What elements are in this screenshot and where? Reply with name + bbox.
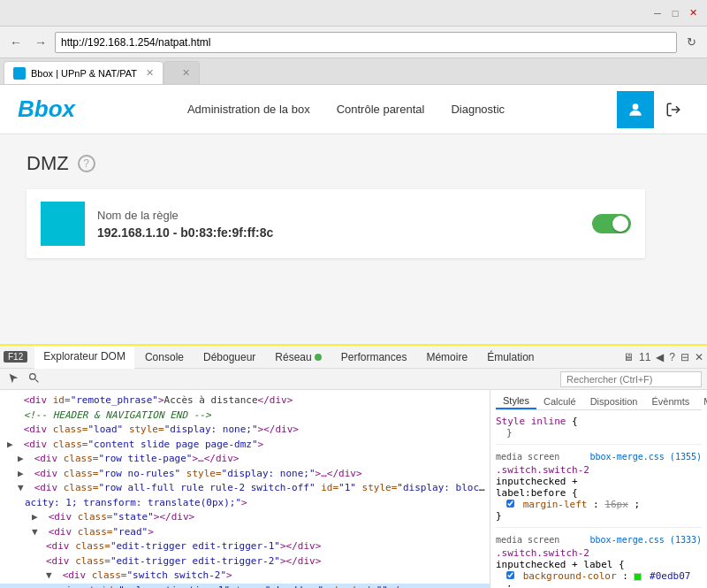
- devtools-tab-emulation[interactable]: Émulation: [478, 346, 543, 369]
- header-icons: [617, 91, 689, 128]
- tab-favicon: [13, 67, 26, 80]
- prop-checkbox[interactable]: [506, 500, 514, 508]
- styles-tab-changes[interactable]: Modifs: [696, 393, 707, 409]
- inline-brace: {: [572, 416, 578, 427]
- styles-panel: Styles Calculé Disposition Évènmts Modif…: [490, 390, 707, 588]
- dom-line[interactable]: <div id="remote_phrase">Accès à distance…: [0, 393, 490, 409]
- devtools-tab-memory[interactable]: Mémoire: [417, 346, 476, 369]
- rule-ip: 192.168.1.10 - b0:83:fe:9f:ff:8c: [97, 225, 580, 240]
- browser-titlebar: ─ □ ✕: [0, 0, 707, 27]
- help-icon[interactable]: ?: [669, 351, 675, 363]
- svg-point-0: [633, 103, 639, 110]
- address-bar[interactable]: [55, 32, 677, 53]
- minimize-button[interactable]: ─: [650, 6, 665, 20]
- styles-tab-layout[interactable]: Disposition: [583, 393, 645, 409]
- help-button[interactable]: ?: [78, 155, 95, 172]
- devtools-panel: F12 Explorateur DOM Console Débogueur Ré…: [0, 344, 707, 588]
- devtools-tab-debugger[interactable]: Débogueur: [194, 346, 264, 369]
- devtools-right-icons: 🖥 11 ◀ ? ⊟ ✕: [623, 351, 703, 363]
- nav-administration[interactable]: Administration de la box: [187, 103, 310, 116]
- dom-panel[interactable]: <div id="remote_phrase">Accès à distance…: [0, 390, 490, 588]
- dom-line[interactable]: ▼ <div class="switch switch-2">: [0, 569, 490, 584]
- style-section-1: media screen bbox-merge.css (1355) .swit…: [496, 452, 702, 528]
- tab-inactive[interactable]: ✕: [163, 61, 200, 84]
- prev-icon[interactable]: ◀: [656, 351, 664, 363]
- toggle-knob: [612, 216, 628, 232]
- file-link-2[interactable]: bbox-merge.css (1333): [590, 535, 702, 545]
- rule-name-label: Nom de la règle: [97, 209, 580, 222]
- dmz-header: DMZ ?: [27, 152, 680, 175]
- style-section-2: media screen bbox-merge.css (1333) .swit…: [496, 535, 702, 588]
- dom-line[interactable]: <div class="edit-trigger edit-trigger-2"…: [0, 554, 490, 569]
- tab-active[interactable]: Bbox | UPnP & NAT/PAT ✕: [4, 61, 163, 84]
- styles-tab-styles[interactable]: Styles: [496, 393, 536, 409]
- tab-inactive-close-icon[interactable]: ✕: [182, 67, 190, 79]
- page-title: DMZ: [27, 152, 69, 175]
- network-active-dot: [315, 354, 322, 361]
- user-button[interactable]: [617, 91, 654, 128]
- devtools-search-input[interactable]: [560, 371, 702, 387]
- dom-line[interactable]: acity: 1; transform: translate(0px);">: [0, 496, 490, 511]
- forward-button[interactable]: →: [30, 32, 51, 53]
- maximize-button[interactable]: □: [668, 6, 682, 20]
- devtools-tab-dom[interactable]: Explorateur DOM: [34, 346, 134, 369]
- media-query-2: media screen: [496, 535, 559, 545]
- dom-line-checkbox[interactable]: <input id="rule-activation-1" type="chec…: [0, 584, 490, 589]
- back-button[interactable]: ←: [5, 32, 27, 53]
- devtools-close-icon[interactable]: ✕: [695, 351, 703, 363]
- devtools-tab-performance[interactable]: Performances: [332, 346, 416, 369]
- color-swatch-1: [634, 573, 642, 581]
- style-prop-bg-color-1: background-color : #0edb07 ;: [496, 570, 702, 588]
- styles-tab-events[interactable]: Évènmts: [644, 393, 696, 409]
- inline-selector: Style inline: [496, 416, 566, 427]
- inspect-tool-button[interactable]: [26, 372, 42, 386]
- styles-tab-computed[interactable]: Calculé: [536, 393, 583, 409]
- file-link-1[interactable]: bbox-merge.css (1355): [590, 452, 702, 462]
- devtools-tab-console[interactable]: Console: [136, 346, 193, 369]
- devtools-tab-network[interactable]: Réseau: [266, 346, 330, 369]
- devtools-toolbar: F12 Explorateur DOM Console Débogueur Ré…: [0, 346, 707, 369]
- media-query-1: media screen: [496, 452, 559, 462]
- refresh-button[interactable]: ↻: [680, 32, 702, 53]
- rule-icon: [41, 202, 85, 246]
- style-section-inline: Style inline { }: [496, 416, 702, 445]
- dom-line[interactable]: <!-- HEADER & NAVIGATION END -->: [0, 409, 490, 424]
- styles-tabs: Styles Calculé Disposition Évènmts Modif…: [496, 393, 702, 410]
- nav-diagnostic[interactable]: Diagnostic: [451, 103, 505, 116]
- dom-line[interactable]: ▼ <div class="row all-full rule rule-2 s…: [0, 481, 490, 496]
- tab-close-icon[interactable]: ✕: [146, 67, 154, 79]
- dom-line[interactable]: ▶ <div class="row title-page">…</div>: [0, 452, 490, 467]
- dom-line[interactable]: ▶ <div class="row no-rules" style="displ…: [0, 467, 490, 482]
- tab-count: 11: [639, 351, 650, 363]
- style-rule-header-2: media screen bbox-merge.css (1333): [496, 535, 702, 545]
- browser-tabs: Bbox | UPnP & NAT/PAT ✕ ✕: [0, 58, 707, 85]
- rule-card: Nom de la règle 192.168.1.10 - b0:83:fe:…: [27, 189, 645, 258]
- style-prop-margin-left: margin-left : 16px ;: [496, 499, 702, 510]
- browser-toolbar: ← → ↻: [0, 27, 707, 58]
- dom-line[interactable]: ▼ <div class="read">: [0, 525, 490, 540]
- cursor-tool-button[interactable]: [5, 372, 22, 386]
- style-rule-header-1: media screen bbox-merge.css (1355): [496, 452, 702, 462]
- dom-line[interactable]: ▶ <div class="content slide page page-dm…: [0, 438, 490, 453]
- dom-line[interactable]: <div class="edit-trigger edit-trigger-1"…: [0, 539, 490, 554]
- prop-checkbox-2[interactable]: [506, 571, 514, 579]
- close-button[interactable]: ✕: [686, 6, 700, 20]
- devtools-main: <div id="remote_phrase">Accès à distance…: [0, 390, 707, 588]
- dom-line[interactable]: <div class="load" style="display: none;"…: [0, 423, 490, 438]
- svg-line-3: [35, 379, 38, 382]
- screen-icon[interactable]: 🖥: [623, 351, 634, 363]
- rule-info: Nom de la règle 192.168.1.10 - b0:83:fe:…: [97, 209, 580, 240]
- user-icon: [627, 101, 644, 118]
- page-content: DMZ ? Nom de la règle 192.168.1.10 - b0:…: [0, 134, 707, 344]
- nav-parental[interactable]: Contrôle parental: [337, 103, 425, 116]
- rule-toggle[interactable]: [592, 214, 631, 233]
- dom-line[interactable]: ▶ <div class="state"></div>: [0, 510, 490, 525]
- site-header: Bbox Administration de la box Contrôle p…: [0, 85, 707, 134]
- logout-button[interactable]: [658, 94, 689, 126]
- dock-icon[interactable]: ⊟: [680, 351, 689, 363]
- logout-icon: [665, 102, 681, 118]
- tab-label: Bbox | UPnP & NAT/PAT: [31, 68, 137, 79]
- svg-point-2: [30, 373, 36, 379]
- site-nav: Administration de la box Contrôle parent…: [187, 103, 505, 116]
- bbox-logo: Bbox: [18, 95, 75, 123]
